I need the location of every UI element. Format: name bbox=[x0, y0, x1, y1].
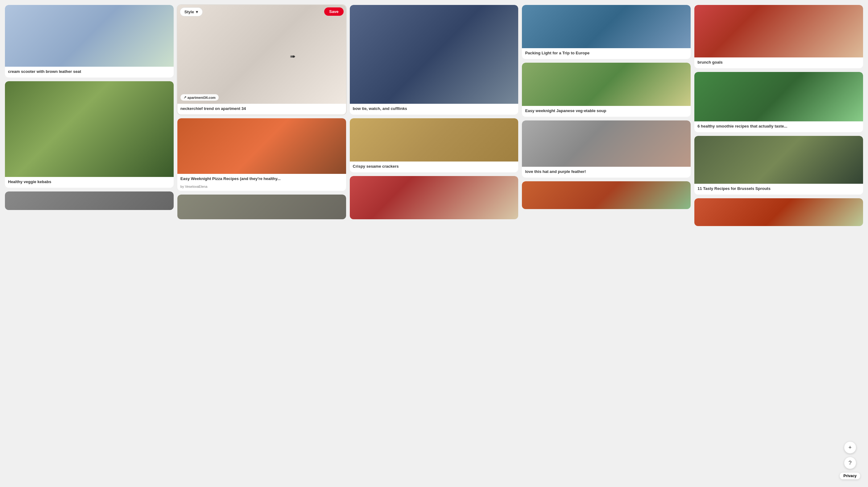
pin-label-pizza1: Easy Weeknight Pizza Recipes (and they'r… bbox=[177, 174, 346, 185]
pin-label-brunch: brunch goals bbox=[694, 57, 863, 68]
pin-card-pizza2[interactable] bbox=[522, 181, 691, 209]
pin-image-kebabs bbox=[5, 81, 174, 177]
source-badge: ↗ apartment34.com bbox=[181, 94, 219, 101]
style-dropdown[interactable]: Style ▾ bbox=[180, 7, 203, 17]
pin-label-crackers: Crispy sesame crackers bbox=[350, 162, 519, 172]
style-dropdown-label: Style bbox=[184, 9, 194, 14]
pin-image-pizza2 bbox=[522, 181, 691, 209]
pin-label-scooter: cream scooter with brown leather seat bbox=[5, 67, 174, 78]
pin-image-bowtie bbox=[350, 5, 519, 104]
pin-card-brussels[interactable]: 11 Tasty Recipes for Brussels Sprouts bbox=[694, 136, 863, 195]
pin-image-smoothie bbox=[694, 72, 863, 121]
pin-card-radish[interactable] bbox=[350, 176, 519, 219]
pin-label-soup: Easy weeknight Japanese veg-etable soup bbox=[522, 106, 691, 117]
pin-image-crackers bbox=[350, 118, 519, 162]
pin-card-scooter[interactable]: cream scooter with brown leather seat bbox=[5, 5, 174, 78]
pin-card-brunch[interactable]: brunch goals bbox=[694, 5, 863, 68]
pin-label-brussels: 11 Tasty Recipes for Brussels Sprouts bbox=[694, 184, 863, 195]
cursor-icon: ➠ bbox=[290, 53, 296, 60]
pin-image-brunch bbox=[694, 5, 863, 57]
pin-card-hat[interactable]: love this hat and purple feather! bbox=[522, 120, 691, 178]
pin-label-smoothie: 6 healthy smoothie recipes that actually… bbox=[694, 121, 863, 132]
pin-image-pizza3 bbox=[694, 198, 863, 226]
pin-card-coffee[interactable] bbox=[177, 195, 346, 219]
pin-label-hat: love this hat and purple feather! bbox=[522, 167, 691, 178]
pin-image-brussels bbox=[694, 136, 863, 184]
pin-card-pizza1[interactable]: Easy Weeknight Pizza Recipes (and they'r… bbox=[177, 118, 346, 191]
pin-card-bowtie[interactable]: bow tie, watch, and cufflinks bbox=[350, 5, 519, 115]
chevron-down-icon: ▾ bbox=[196, 9, 198, 14]
pin-sublabel-pizza1: by VeselovaElena bbox=[177, 185, 346, 191]
pin-label-fashion: neckerchief trend on apartment 34 bbox=[177, 104, 346, 115]
pin-card-smoothie[interactable]: 6 healthy smoothie recipes that actually… bbox=[694, 72, 863, 132]
pin-card-door[interactable] bbox=[5, 192, 174, 210]
pin-image-hat bbox=[522, 120, 691, 167]
pin-image-pizza1 bbox=[177, 118, 346, 174]
pin-label-kebabs: Healthy veggie kebabs bbox=[5, 177, 174, 188]
external-link-icon: ↗ bbox=[184, 95, 186, 99]
pin-image-door bbox=[5, 192, 174, 210]
pin-card-crackers[interactable]: Crispy sesame crackers bbox=[350, 118, 519, 172]
pin-label-bowtie: bow tie, watch, and cufflinks bbox=[350, 104, 519, 115]
pin-card-kebabs[interactable]: Healthy veggie kebabs bbox=[5, 81, 174, 188]
pin-label-packing: Packing Light for a Trip to Europe bbox=[522, 48, 691, 59]
pin-image-soup bbox=[522, 63, 691, 106]
pin-card-soup[interactable]: Easy weeknight Japanese veg-etable soup bbox=[522, 63, 691, 117]
pin-card-fashion[interactable]: Style ▾ Save ➠ ↗ apartment34.com neckerc… bbox=[177, 5, 346, 115]
source-label: apartment34.com bbox=[188, 96, 216, 99]
pin-image-packing bbox=[522, 5, 691, 48]
pin-image-fashion: Style ▾ Save ➠ ↗ apartment34.com bbox=[177, 5, 346, 104]
masonry-grid: cream scooter with brown leather seat He… bbox=[0, 0, 868, 231]
pin-image-coffee bbox=[177, 195, 346, 219]
pin-card-packing[interactable]: Packing Light for a Trip to Europe bbox=[522, 5, 691, 59]
save-button[interactable]: Save bbox=[324, 7, 343, 16]
pin-image-radish bbox=[350, 176, 519, 219]
pin-image-scooter bbox=[5, 5, 174, 67]
pin-card-pizza3[interactable] bbox=[694, 198, 863, 226]
